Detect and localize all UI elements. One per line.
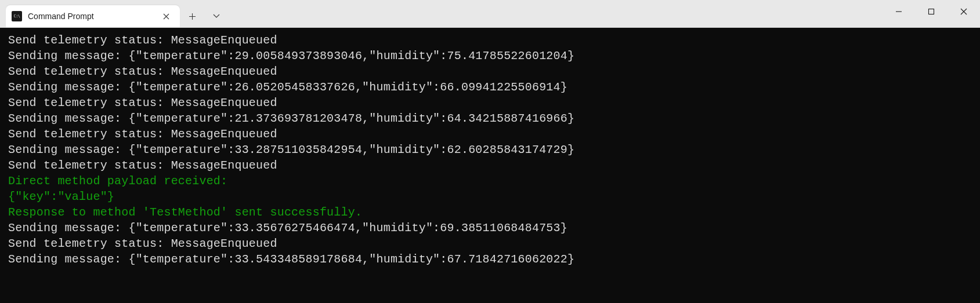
terminal-line: Response to method 'TestMethod' sent suc…	[8, 205, 972, 220]
maximize-icon	[928, 8, 935, 15]
terminal-line: Sending message: {"temperature":33.54334…	[8, 251, 972, 267]
tab-title: Command Prompt	[28, 12, 154, 21]
terminal-line: Send telemetry status: MessageEnqueued	[8, 64, 972, 79]
minimize-button[interactable]	[883, 0, 915, 23]
terminal-line: Sending message: {"temperature":33.28751…	[8, 142, 972, 158]
terminal-line: Sending message: {"temperature":21.37369…	[8, 111, 972, 126]
window-controls	[883, 0, 980, 23]
tab-dropdown-button[interactable]	[204, 5, 229, 27]
minimize-icon	[895, 8, 902, 15]
close-tab-button[interactable]	[159, 9, 173, 23]
maximize-button[interactable]	[915, 0, 948, 23]
chevron-down-icon	[213, 14, 220, 19]
close-window-button[interactable]	[948, 0, 980, 23]
titlebar: C:\ Command Prompt	[0, 0, 980, 28]
terminal-output[interactable]: Send telemetry status: MessageEnqueuedSe…	[0, 28, 980, 303]
terminal-line: Send telemetry status: MessageEnqueued	[8, 158, 972, 173]
terminal-line: Sending message: {"temperature":26.05205…	[8, 79, 972, 95]
terminal-line: Send telemetry status: MessageEnqueued	[8, 32, 972, 48]
terminal-line: Sending message: {"temperature":33.35676…	[8, 220, 972, 236]
terminal-line: Send telemetry status: MessageEnqueued	[8, 236, 972, 251]
new-tab-button[interactable]	[180, 5, 204, 27]
terminal-line: Send telemetry status: MessageEnqueued	[8, 126, 972, 142]
terminal-icon: C:\	[12, 11, 22, 21]
terminal-line: {"key":"value"}	[8, 189, 972, 205]
tab-command-prompt[interactable]: C:\ Command Prompt	[6, 5, 180, 27]
close-icon	[163, 13, 169, 20]
titlebar-drag-area[interactable]	[0, 0, 980, 5]
terminal-line: Sending message: {"temperature":29.00584…	[8, 48, 972, 64]
svg-rect-0	[929, 9, 934, 14]
terminal-line: Direct method payload received:	[8, 173, 972, 189]
close-icon	[960, 8, 967, 15]
terminal-line: Send telemetry status: MessageEnqueued	[8, 95, 972, 111]
plus-icon	[189, 13, 196, 20]
